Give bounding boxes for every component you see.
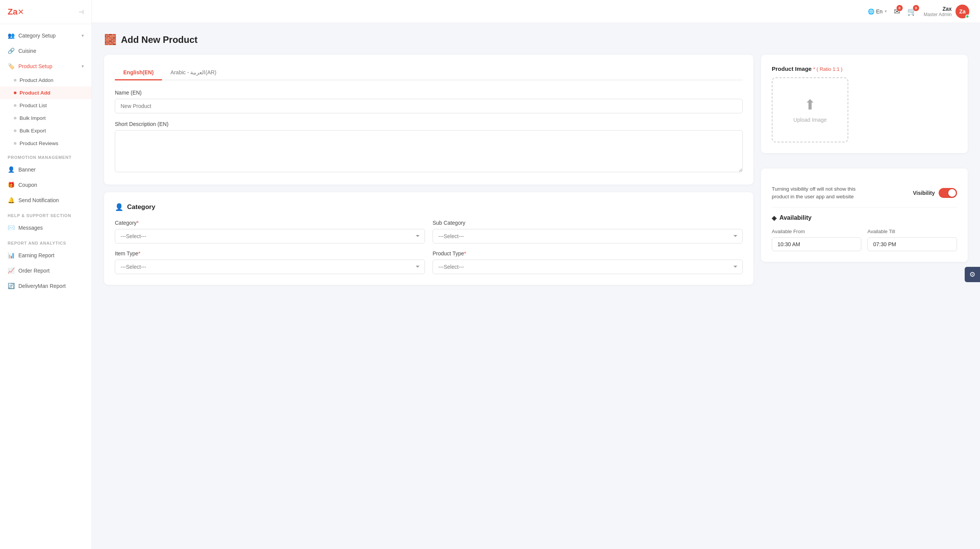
settings-icon: ⚙ <box>969 270 975 279</box>
cuisine-icon: 🔗 <box>8 47 15 54</box>
topbar: 🌐 En ▾ ✉ 0 🛒 0 Zax Master Admin Za <box>92 0 980 23</box>
chevron-down-icon: ▾ <box>82 33 84 38</box>
sidebar-item-banner[interactable]: 👤 Banner <box>0 162 91 177</box>
earning-report-icon: 📊 <box>8 252 15 259</box>
ratio-note: * ( Ratio 1:1 ) <box>813 66 843 72</box>
sidebar-item-category-setup[interactable]: 👥 Category Setup ▾ <box>0 28 91 43</box>
availability-title-row: ◈ Availability <box>772 214 957 222</box>
language-tabs: English(EN) Arabic - العربية(AR) <box>115 65 743 80</box>
category-row-2: Item Type* ---Select--- Product Type* <box>115 250 743 274</box>
sidebar-collapse-button[interactable]: ⊣ <box>78 8 84 16</box>
subcategory-field-group: Sub Category ---Select--- <box>433 220 743 243</box>
sidebar-item-product-addon[interactable]: Product Addon <box>0 74 91 87</box>
logo-text: Za <box>8 7 18 16</box>
sidebar-item-label: Cuisine <box>18 48 36 54</box>
item-type-select[interactable]: ---Select--- <box>115 260 425 274</box>
settings-fab-button[interactable]: ⚙ <box>965 267 980 282</box>
name-label: Name (EN) <box>115 90 743 96</box>
visibility-description: Turning visibility off will not show thi… <box>772 185 856 201</box>
sidebar-nav: 👥 Category Setup ▾ 🔗 Cuisine 🏷️ Product … <box>0 24 91 297</box>
coupon-icon: 🎁 <box>8 181 15 188</box>
sidebar-item-label: Category Setup <box>18 33 56 39</box>
product-type-select[interactable]: ---Select--- <box>433 260 743 274</box>
available-till-input[interactable] <box>867 237 957 251</box>
product-image-label: Product Image * ( Ratio 1:1 ) <box>772 65 957 72</box>
deliveryman-report-icon: 🔄 <box>8 283 15 289</box>
visibility-row: Turning visibility off will not show thi… <box>772 179 957 208</box>
lang-flag-icon: 🌐 <box>868 8 874 15</box>
dot-icon <box>14 92 16 94</box>
sub-nav-label: Product Reviews <box>20 141 58 146</box>
sub-nav-label: Product List <box>20 103 47 108</box>
desc-label: Short Description (EN) <box>115 121 743 127</box>
chevron-down-icon: ▾ <box>82 64 84 69</box>
sidebar-item-bulk-export[interactable]: Bulk Export <box>0 124 91 137</box>
sidebar-item-product-add[interactable]: Product Add <box>0 87 91 99</box>
sidebar-item-order-report[interactable]: 📈 Order Report <box>0 263 91 278</box>
sub-nav-label: Bulk Import <box>20 115 46 121</box>
name-field-group: Name (EN) <box>115 90 743 113</box>
page-title-row: 🧱 Add New Product <box>104 34 968 46</box>
available-from-label: Available From <box>772 229 861 234</box>
language-selector[interactable]: 🌐 En ▾ <box>868 8 887 15</box>
user-role: Master Admin <box>924 12 952 17</box>
dot-icon <box>14 117 16 119</box>
cart-button[interactable]: 🛒 0 <box>907 7 917 16</box>
available-from-input[interactable] <box>772 237 861 251</box>
upload-icon: ⬆ <box>804 97 816 113</box>
tab-arabic[interactable]: Arabic - العربية(AR) <box>162 65 225 80</box>
avatar: Za <box>956 5 969 18</box>
order-report-icon: 📈 <box>8 267 15 274</box>
right-column: Product Image * ( Ratio 1:1 ) ⬆ Upload I… <box>761 55 968 292</box>
toggle-knob <box>948 189 956 197</box>
page-title: Add New Product <box>121 34 198 45</box>
image-upload-box[interactable]: ⬆ Upload Image <box>772 77 848 142</box>
section-label-help: HELP & SUPPORT SECTION <box>0 208 91 220</box>
sidebar-item-label: Order Report <box>18 268 50 274</box>
sidebar-item-product-setup[interactable]: 🏷️ Product Setup ▾ <box>0 59 91 74</box>
main-content: 🧱 Add New Product English(EN) Arabic - ا… <box>92 23 980 549</box>
available-till-label: Available Till <box>867 229 957 234</box>
mail-button[interactable]: ✉ 0 <box>894 7 900 16</box>
lang-chevron-icon: ▾ <box>885 9 887 14</box>
visibility-toggle[interactable] <box>939 188 957 198</box>
sidebar-item-send-notification[interactable]: 🔔 Send Notification <box>0 193 91 208</box>
availability-icon: ◈ <box>772 214 776 222</box>
sidebar-item-product-list[interactable]: Product List <box>0 99 91 112</box>
banner-icon: 👤 <box>8 166 15 173</box>
desc-textarea[interactable] <box>115 130 743 172</box>
visibility-label: Visibility <box>913 190 935 196</box>
notification-icon: 🔔 <box>8 197 15 204</box>
availability-grid: Available From Available Till <box>772 229 957 251</box>
user-menu[interactable]: Zax Master Admin Za <box>924 5 969 18</box>
sidebar-item-messages[interactable]: ✉️ Messages <box>0 220 91 235</box>
sidebar-item-label: Send Notification <box>18 197 59 203</box>
sidebar-item-cuisine[interactable]: 🔗 Cuisine <box>0 43 91 59</box>
subcategory-select[interactable]: ---Select--- <box>433 229 743 243</box>
section-label-report: REPORT AND ANALYTICS <box>0 235 91 248</box>
sidebar-item-label: Messages <box>18 225 43 231</box>
sidebar-item-label: Coupon <box>18 182 37 188</box>
category-select[interactable]: ---Select--- <box>115 229 425 243</box>
desc-field-group: Short Description (EN) <box>115 121 743 174</box>
sidebar-item-earning-report[interactable]: 📊 Earning Report <box>0 248 91 263</box>
sub-nav-label: Product Add <box>20 90 51 96</box>
sidebar-item-label: DeliveryMan Report <box>18 283 66 289</box>
sidebar-item-bulk-import[interactable]: Bulk Import <box>0 112 91 124</box>
category-field-group: Category* ---Select--- <box>115 220 425 243</box>
online-indicator <box>965 15 969 18</box>
sidebar-item-deliveryman-report[interactable]: 🔄 DeliveryMan Report <box>0 278 91 294</box>
sidebar-item-product-reviews[interactable]: Product Reviews <box>0 137 91 150</box>
user-info: Zax Master Admin <box>924 6 952 17</box>
sidebar-item-label: Product Setup <box>18 63 52 69</box>
upload-text: Upload Image <box>793 117 826 123</box>
category-card: 👤 Category Category* ---Select--- <box>104 192 753 285</box>
product-image-card: Product Image * ( Ratio 1:1 ) ⬆ Upload I… <box>761 55 968 153</box>
messages-icon: ✉️ <box>8 224 15 231</box>
sidebar-item-coupon[interactable]: 🎁 Coupon <box>0 177 91 193</box>
sub-nav-label: Bulk Export <box>20 128 46 134</box>
name-input[interactable] <box>115 99 743 113</box>
product-type-label: Product Type* <box>433 250 743 257</box>
item-type-field-group: Item Type* ---Select--- <box>115 250 425 274</box>
tab-english[interactable]: English(EN) <box>115 65 162 80</box>
